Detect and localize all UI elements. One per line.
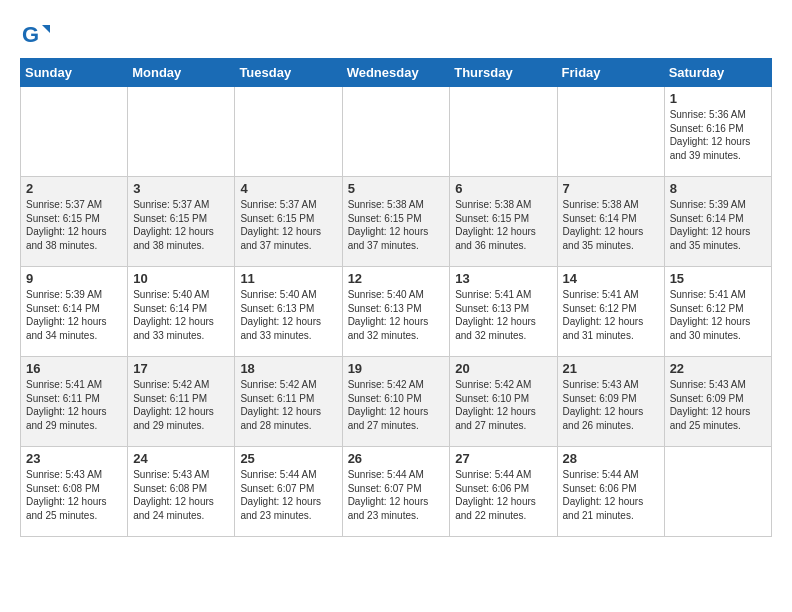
calendar-cell: 11Sunrise: 5:40 AM Sunset: 6:13 PM Dayli… <box>235 267 342 357</box>
day-number: 28 <box>563 451 659 466</box>
day-number: 7 <box>563 181 659 196</box>
day-number: 16 <box>26 361 122 376</box>
day-info: Sunrise: 5:38 AM Sunset: 6:15 PM Dayligh… <box>348 198 445 252</box>
calendar-cell: 6Sunrise: 5:38 AM Sunset: 6:15 PM Daylig… <box>450 177 557 267</box>
calendar-cell: 26Sunrise: 5:44 AM Sunset: 6:07 PM Dayli… <box>342 447 450 537</box>
svg-text:G: G <box>22 22 39 47</box>
calendar-cell <box>128 87 235 177</box>
calendar-cell <box>664 447 771 537</box>
calendar-cell: 10Sunrise: 5:40 AM Sunset: 6:14 PM Dayli… <box>128 267 235 357</box>
logo-icon: G <box>20 20 50 50</box>
calendar-week-row: 2Sunrise: 5:37 AM Sunset: 6:15 PM Daylig… <box>21 177 772 267</box>
day-info: Sunrise: 5:42 AM Sunset: 6:11 PM Dayligh… <box>240 378 336 432</box>
day-number: 6 <box>455 181 551 196</box>
day-number: 21 <box>563 361 659 376</box>
day-number: 22 <box>670 361 766 376</box>
day-number: 14 <box>563 271 659 286</box>
calendar-cell: 9Sunrise: 5:39 AM Sunset: 6:14 PM Daylig… <box>21 267 128 357</box>
logo: G <box>20 20 52 50</box>
day-info: Sunrise: 5:38 AM Sunset: 6:15 PM Dayligh… <box>455 198 551 252</box>
day-number: 1 <box>670 91 766 106</box>
day-info: Sunrise: 5:40 AM Sunset: 6:14 PM Dayligh… <box>133 288 229 342</box>
day-number: 27 <box>455 451 551 466</box>
day-number: 25 <box>240 451 336 466</box>
day-header-wednesday: Wednesday <box>342 59 450 87</box>
day-number: 10 <box>133 271 229 286</box>
calendar-week-row: 9Sunrise: 5:39 AM Sunset: 6:14 PM Daylig… <box>21 267 772 357</box>
day-info: Sunrise: 5:44 AM Sunset: 6:06 PM Dayligh… <box>563 468 659 522</box>
calendar-week-row: 23Sunrise: 5:43 AM Sunset: 6:08 PM Dayli… <box>21 447 772 537</box>
calendar-cell <box>21 87 128 177</box>
page-header: G <box>20 20 772 50</box>
day-info: Sunrise: 5:36 AM Sunset: 6:16 PM Dayligh… <box>670 108 766 162</box>
day-info: Sunrise: 5:41 AM Sunset: 6:11 PM Dayligh… <box>26 378 122 432</box>
calendar-cell: 28Sunrise: 5:44 AM Sunset: 6:06 PM Dayli… <box>557 447 664 537</box>
day-header-friday: Friday <box>557 59 664 87</box>
day-number: 26 <box>348 451 445 466</box>
day-info: Sunrise: 5:37 AM Sunset: 6:15 PM Dayligh… <box>133 198 229 252</box>
calendar-header-row: SundayMondayTuesdayWednesdayThursdayFrid… <box>21 59 772 87</box>
day-number: 17 <box>133 361 229 376</box>
calendar-cell <box>557 87 664 177</box>
calendar-cell: 21Sunrise: 5:43 AM Sunset: 6:09 PM Dayli… <box>557 357 664 447</box>
day-number: 15 <box>670 271 766 286</box>
day-info: Sunrise: 5:39 AM Sunset: 6:14 PM Dayligh… <box>670 198 766 252</box>
day-info: Sunrise: 5:40 AM Sunset: 6:13 PM Dayligh… <box>240 288 336 342</box>
calendar-cell: 16Sunrise: 5:41 AM Sunset: 6:11 PM Dayli… <box>21 357 128 447</box>
calendar-cell: 25Sunrise: 5:44 AM Sunset: 6:07 PM Dayli… <box>235 447 342 537</box>
day-info: Sunrise: 5:43 AM Sunset: 6:08 PM Dayligh… <box>26 468 122 522</box>
day-header-sunday: Sunday <box>21 59 128 87</box>
calendar-cell <box>342 87 450 177</box>
day-number: 8 <box>670 181 766 196</box>
calendar-cell: 1Sunrise: 5:36 AM Sunset: 6:16 PM Daylig… <box>664 87 771 177</box>
day-number: 19 <box>348 361 445 376</box>
calendar-cell: 5Sunrise: 5:38 AM Sunset: 6:15 PM Daylig… <box>342 177 450 267</box>
day-info: Sunrise: 5:41 AM Sunset: 6:13 PM Dayligh… <box>455 288 551 342</box>
day-number: 20 <box>455 361 551 376</box>
day-info: Sunrise: 5:42 AM Sunset: 6:11 PM Dayligh… <box>133 378 229 432</box>
day-info: Sunrise: 5:41 AM Sunset: 6:12 PM Dayligh… <box>670 288 766 342</box>
day-info: Sunrise: 5:37 AM Sunset: 6:15 PM Dayligh… <box>26 198 122 252</box>
day-info: Sunrise: 5:44 AM Sunset: 6:07 PM Dayligh… <box>348 468 445 522</box>
day-number: 11 <box>240 271 336 286</box>
day-header-thursday: Thursday <box>450 59 557 87</box>
calendar-cell: 15Sunrise: 5:41 AM Sunset: 6:12 PM Dayli… <box>664 267 771 357</box>
calendar-cell: 27Sunrise: 5:44 AM Sunset: 6:06 PM Dayli… <box>450 447 557 537</box>
calendar-table: SundayMondayTuesdayWednesdayThursdayFrid… <box>20 58 772 537</box>
day-info: Sunrise: 5:41 AM Sunset: 6:12 PM Dayligh… <box>563 288 659 342</box>
day-info: Sunrise: 5:43 AM Sunset: 6:09 PM Dayligh… <box>563 378 659 432</box>
day-number: 9 <box>26 271 122 286</box>
day-info: Sunrise: 5:43 AM Sunset: 6:08 PM Dayligh… <box>133 468 229 522</box>
day-info: Sunrise: 5:43 AM Sunset: 6:09 PM Dayligh… <box>670 378 766 432</box>
calendar-cell: 8Sunrise: 5:39 AM Sunset: 6:14 PM Daylig… <box>664 177 771 267</box>
calendar-cell: 4Sunrise: 5:37 AM Sunset: 6:15 PM Daylig… <box>235 177 342 267</box>
calendar-cell: 13Sunrise: 5:41 AM Sunset: 6:13 PM Dayli… <box>450 267 557 357</box>
calendar-week-row: 1Sunrise: 5:36 AM Sunset: 6:16 PM Daylig… <box>21 87 772 177</box>
svg-marker-1 <box>42 25 50 33</box>
calendar-cell <box>450 87 557 177</box>
day-info: Sunrise: 5:39 AM Sunset: 6:14 PM Dayligh… <box>26 288 122 342</box>
day-info: Sunrise: 5:38 AM Sunset: 6:14 PM Dayligh… <box>563 198 659 252</box>
day-number: 2 <box>26 181 122 196</box>
day-number: 4 <box>240 181 336 196</box>
day-number: 18 <box>240 361 336 376</box>
calendar-cell: 14Sunrise: 5:41 AM Sunset: 6:12 PM Dayli… <box>557 267 664 357</box>
calendar-cell: 17Sunrise: 5:42 AM Sunset: 6:11 PM Dayli… <box>128 357 235 447</box>
day-info: Sunrise: 5:42 AM Sunset: 6:10 PM Dayligh… <box>348 378 445 432</box>
day-number: 13 <box>455 271 551 286</box>
calendar-cell: 3Sunrise: 5:37 AM Sunset: 6:15 PM Daylig… <box>128 177 235 267</box>
day-info: Sunrise: 5:37 AM Sunset: 6:15 PM Dayligh… <box>240 198 336 252</box>
day-header-monday: Monday <box>128 59 235 87</box>
calendar-cell: 24Sunrise: 5:43 AM Sunset: 6:08 PM Dayli… <box>128 447 235 537</box>
day-header-tuesday: Tuesday <box>235 59 342 87</box>
calendar-cell: 18Sunrise: 5:42 AM Sunset: 6:11 PM Dayli… <box>235 357 342 447</box>
calendar-cell: 19Sunrise: 5:42 AM Sunset: 6:10 PM Dayli… <box>342 357 450 447</box>
day-info: Sunrise: 5:42 AM Sunset: 6:10 PM Dayligh… <box>455 378 551 432</box>
calendar-cell: 22Sunrise: 5:43 AM Sunset: 6:09 PM Dayli… <box>664 357 771 447</box>
day-number: 3 <box>133 181 229 196</box>
day-number: 24 <box>133 451 229 466</box>
day-number: 12 <box>348 271 445 286</box>
day-number: 23 <box>26 451 122 466</box>
calendar-cell: 20Sunrise: 5:42 AM Sunset: 6:10 PM Dayli… <box>450 357 557 447</box>
calendar-cell <box>235 87 342 177</box>
